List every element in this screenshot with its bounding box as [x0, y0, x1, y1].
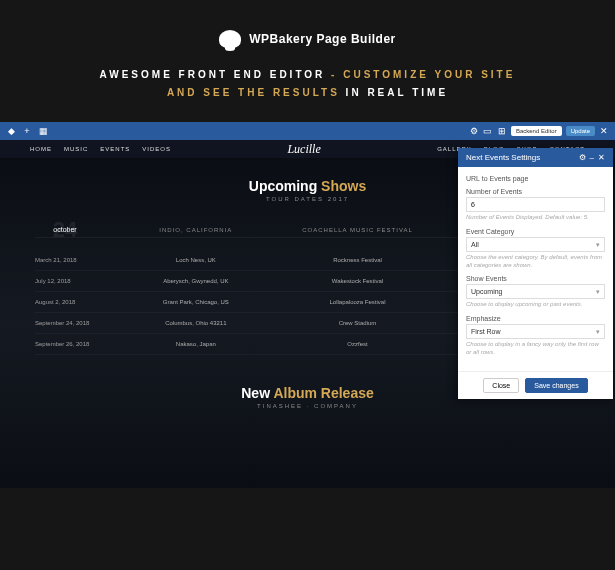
row-date: March 21, 2018	[35, 257, 95, 263]
close-icon[interactable]: ✕	[599, 126, 609, 136]
brand-name: WPBakery Page Builder	[249, 32, 396, 46]
template-icon[interactable]: ▦	[38, 126, 48, 136]
vc-toolbar: ◆ + ▦ ⚙ ▭ ⊞ Backend Editor Update ✕	[0, 122, 615, 140]
show-events-select[interactable]: Upcoming	[466, 284, 605, 299]
settings-panel: Next Events Settings ⚙ – ✕ URL to Events…	[458, 148, 613, 399]
panel-title: Next Events Settings	[466, 153, 540, 162]
save-button[interactable]: Save changes	[525, 378, 587, 393]
row-location: Grant Park, Chicago, US	[135, 299, 257, 305]
desktop-icon[interactable]: ▭	[483, 126, 493, 136]
guides-icon[interactable]: ⊞	[497, 126, 507, 136]
url-label: URL to Events page	[466, 175, 605, 182]
featured-venue: COACHELLA MUSIC FESTIVAL	[297, 227, 419, 233]
minimize-icon[interactable]: –	[590, 153, 594, 162]
category-select[interactable]: All	[466, 237, 605, 252]
close-icon[interactable]: ✕	[598, 153, 605, 162]
num-events-help: Number of Events Displayed. Default valu…	[466, 214, 605, 222]
show-events-help: Choose to display upcoming or past event…	[466, 301, 605, 309]
category-label: Event Category	[466, 228, 605, 235]
emphasize-help: Choose to display in a fancy way only th…	[466, 341, 605, 357]
row-venue: Wakestock Festival	[297, 278, 419, 284]
num-events-input[interactable]	[466, 197, 605, 212]
row-venue: Ozzfest	[297, 341, 419, 347]
featured-location: INDIO, CALIFORNIA	[135, 227, 257, 233]
nav-videos[interactable]: VIDEOS	[142, 146, 171, 152]
row-location: Nakaso, Japan	[135, 341, 257, 347]
panel-footer: Close Save changes	[458, 371, 613, 399]
gear-icon[interactable]: ⚙	[469, 126, 479, 136]
nav-home[interactable]: HOME	[30, 146, 52, 152]
add-element-icon[interactable]: +	[22, 126, 32, 136]
emphasize-label: Emphasize	[466, 315, 605, 322]
album-subtitle: TINASHEE · COMPANY	[0, 403, 615, 409]
row-location: Aberysch, Gwynedd, UK	[135, 278, 257, 284]
chef-hat-icon	[219, 30, 241, 48]
row-venue: Rockness Festival	[297, 257, 419, 263]
row-date: August 2, 2018	[35, 299, 95, 305]
panel-body: URL to Events page Number of Events Numb…	[458, 167, 613, 371]
brand-logo: WPBakery Page Builder	[40, 30, 575, 48]
nav-music[interactable]: MUSIC	[64, 146, 88, 152]
row-date: September 26, 2018	[35, 341, 95, 347]
nav-events[interactable]: EVENTS	[100, 146, 130, 152]
emphasize-select[interactable]: First Row	[466, 324, 605, 339]
row-date: September 24, 2018	[35, 320, 95, 326]
category-help: Choose the event category. By default, e…	[466, 254, 605, 270]
tagline: AWESOME FRONT END EDITOR - CUSTOMIZE YOU…	[40, 66, 575, 102]
featured-date: 24 october	[35, 226, 95, 233]
hero-header: WPBakery Page Builder AWESOME FRONT END …	[0, 0, 615, 122]
row-location: Loch Ness, UK	[135, 257, 257, 263]
row-venue: Lollapalooza Festival	[297, 299, 419, 305]
update-button[interactable]: Update	[566, 126, 595, 136]
panel-header[interactable]: Next Events Settings ⚙ – ✕	[458, 148, 613, 167]
row-date: July 12, 2018	[35, 278, 95, 284]
gear-icon[interactable]: ⚙	[579, 153, 586, 162]
close-button[interactable]: Close	[483, 378, 519, 393]
backend-editor-button[interactable]: Backend Editor	[511, 126, 562, 136]
row-location: Columbus, Ohio 43211	[135, 320, 257, 326]
site-logo[interactable]: Lucille	[287, 142, 320, 157]
show-events-label: Show Events	[466, 275, 605, 282]
row-venue: Crew Stadium	[297, 320, 419, 326]
num-events-label: Number of Events	[466, 188, 605, 195]
vc-logo-icon[interactable]: ◆	[6, 126, 16, 136]
